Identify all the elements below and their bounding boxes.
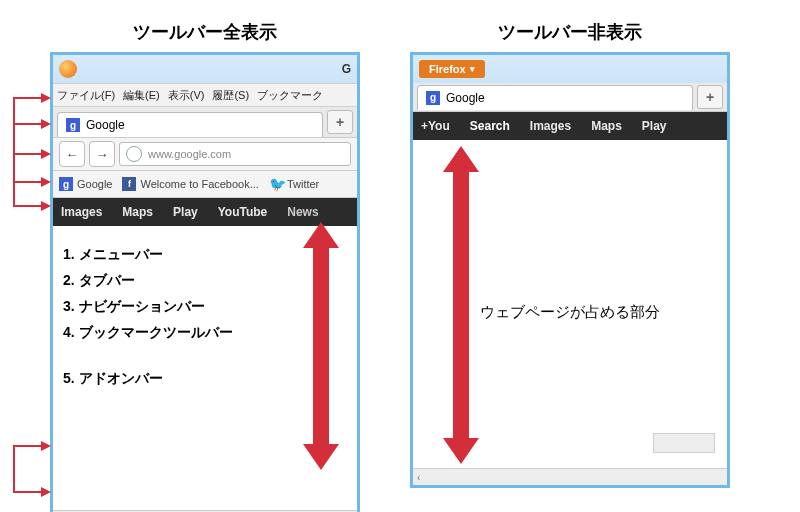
bookmark-label: Twitter (287, 178, 319, 190)
tab-google[interactable]: g Google (417, 85, 693, 110)
blackbar-item[interactable]: Search (470, 119, 510, 133)
window-no-toolbars: Firefox g Google + +You Search Images Ma… (410, 52, 730, 488)
menu-item[interactable]: 編集(E) (123, 88, 160, 103)
menu-item[interactable]: 履歴(S) (212, 88, 249, 103)
blackbar-item[interactable]: Play (173, 205, 198, 219)
google-favicon-icon: g (66, 118, 80, 132)
firefox-menu-button[interactable]: Firefox (419, 60, 485, 78)
bookmark-item[interactable]: f Welcome to Facebook... (122, 177, 258, 191)
titlebar-letter: G (342, 62, 351, 76)
vertical-arrow-icon (313, 246, 329, 446)
new-tab-button[interactable]: + (327, 110, 353, 134)
blackbar-item[interactable]: Maps (591, 119, 622, 133)
google-favicon-icon: g (426, 91, 440, 105)
tab-label: Google (86, 118, 125, 132)
vertical-arrow-icon (453, 170, 469, 440)
blackbar-item[interactable]: +You (421, 119, 450, 133)
globe-icon (126, 146, 142, 162)
annotation: 3. ナビゲーションバー (63, 298, 347, 316)
annotation: 4. ブックマークツールバー (63, 324, 347, 342)
blackbar-item[interactable]: Maps (122, 205, 153, 219)
url-input[interactable]: www.google.com (119, 142, 351, 166)
blackbar-item[interactable]: Images (61, 205, 102, 219)
menu-item[interactable]: ファイル(F) (57, 88, 115, 103)
annotation: 1. メニューバー (63, 246, 347, 264)
navbar: ← → www.google.com (53, 138, 357, 171)
tab-label: Google (446, 91, 485, 105)
back-button[interactable]: ← (59, 141, 85, 167)
forward-button[interactable]: → (89, 141, 115, 167)
bookmark-label: Welcome to Facebook... (140, 178, 258, 190)
menu-item[interactable]: ブックマーク (257, 88, 323, 103)
heading-right: ツールバー非表示 (498, 20, 642, 44)
bookmarks-toolbar: g Google f Welcome to Facebook... 🐦 Twit… (53, 171, 357, 198)
heading-left: ツールバー全表示 (133, 20, 277, 44)
page-content: 1. メニューバー 2. タブバー 3. ナビゲーションバー 4. ブックマーク… (53, 226, 357, 510)
bookmark-label: Google (77, 178, 112, 190)
url-text: www.google.com (148, 148, 231, 160)
blackbar-item[interactable]: YouTube (218, 205, 268, 219)
content-caption: ウェブページが占める部分 (480, 303, 660, 322)
tabbar: g Google + (53, 107, 357, 138)
tabbar: g Google + (413, 83, 727, 112)
new-tab-button[interactable]: + (697, 85, 723, 109)
scroll-left-icon[interactable]: ‹ (417, 472, 420, 483)
horizontal-scrollbar[interactable]: ‹ (413, 468, 727, 485)
tab-google[interactable]: g Google (57, 112, 323, 137)
bookmark-item[interactable]: g Google (59, 177, 112, 191)
menu-item[interactable]: 表示(V) (168, 88, 205, 103)
firefox-icon (59, 60, 77, 78)
titlebar: Firefox (413, 55, 727, 83)
twitter-favicon-icon: 🐦 (269, 177, 283, 191)
annotation: 5. アドオンバー (63, 370, 347, 388)
google-black-bar: +You Search Images Maps Play (413, 112, 727, 140)
facebook-favicon-icon: f (122, 177, 136, 191)
bookmark-item[interactable]: 🐦 Twitter (269, 177, 319, 191)
titlebar: G (53, 55, 357, 83)
annotation: 2. タブバー (63, 272, 347, 290)
blackbar-item[interactable]: Play (642, 119, 667, 133)
menubar[interactable]: ファイル(F) 編集(E) 表示(V) 履歴(S) ブックマーク (53, 83, 357, 107)
bracket-arrows (11, 85, 51, 512)
google-favicon-icon: g (59, 177, 73, 191)
page-content: ウェブページが占める部分 ‹ (413, 140, 727, 485)
blackbar-item[interactable]: News (287, 205, 318, 219)
blackbar-item[interactable]: Images (530, 119, 571, 133)
window-full-toolbars: G ファイル(F) 編集(E) 表示(V) 履歴(S) ブックマーク g Goo… (50, 52, 360, 512)
search-field-placeholder[interactable] (653, 433, 715, 453)
